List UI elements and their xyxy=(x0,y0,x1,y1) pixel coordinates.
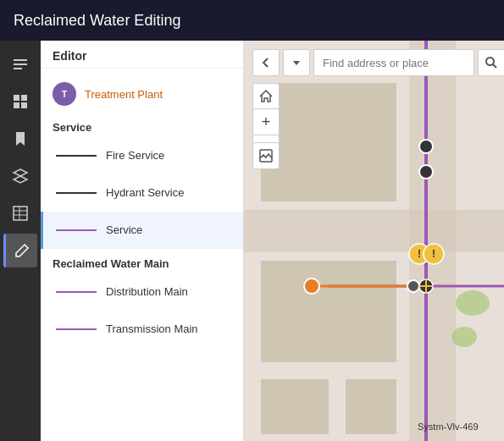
reclaimed-water-section-header: Reclaimed Water Main xyxy=(41,249,243,273)
search-input[interactable] xyxy=(313,49,474,76)
svg-text:T: T xyxy=(62,90,67,99)
line-item-service[interactable]: Service xyxy=(41,212,243,249)
main-layout: Editor T Treatment Plant Service F xyxy=(0,41,504,441)
svg-point-40 xyxy=(407,280,419,292)
zoom-in-button[interactable]: + xyxy=(252,108,280,135)
editor-title: Editor xyxy=(41,41,243,69)
svg-point-19 xyxy=(486,58,494,65)
map-toolbar xyxy=(252,49,496,76)
back-button[interactable] xyxy=(252,49,280,76)
svg-line-20 xyxy=(493,64,496,68)
svg-rect-4 xyxy=(21,95,27,101)
svg-text:!: ! xyxy=(418,248,421,260)
svg-rect-1 xyxy=(14,63,27,65)
svg-text:Systm-Vlv-469: Systm-Vlv-469 xyxy=(418,422,479,432)
svg-rect-2 xyxy=(14,68,22,69)
service-line-preview xyxy=(55,220,97,240)
svg-rect-7 xyxy=(14,207,27,220)
service-label: Service xyxy=(106,223,142,238)
imagery-button[interactable] xyxy=(252,142,280,169)
svg-point-34 xyxy=(419,140,433,153)
line-item-hydrant-service[interactable]: Hydrant Service xyxy=(41,174,243,212)
hydrant-service-label: Hydrant Service xyxy=(106,186,184,201)
template-item-treatment-plant[interactable]: T Treatment Plant xyxy=(41,75,243,113)
dropdown-button[interactable] xyxy=(283,49,310,76)
map-area[interactable]: + − xyxy=(244,41,504,441)
sidebar-item-bookmark[interactable] xyxy=(3,122,37,156)
svg-rect-25 xyxy=(261,261,396,362)
svg-rect-5 xyxy=(14,102,19,108)
fire-service-label: Fire Service xyxy=(106,149,164,163)
svg-rect-27 xyxy=(346,379,396,434)
svg-point-33 xyxy=(419,165,433,179)
svg-point-29 xyxy=(451,327,477,347)
search-button[interactable] xyxy=(478,49,504,76)
svg-point-39 xyxy=(304,278,319,294)
svg-rect-23 xyxy=(244,210,504,252)
sidebar-item-layers[interactable] xyxy=(3,159,37,193)
svg-text:!: ! xyxy=(432,248,435,260)
svg-point-28 xyxy=(456,290,490,316)
svg-rect-26 xyxy=(261,379,329,434)
app-header: Reclaimed Water Editing xyxy=(0,0,504,41)
distribution-main-label: Distribution Main xyxy=(106,285,188,300)
line-item-transmission-main[interactable]: Transmission Main xyxy=(41,311,243,348)
line-item-fire-service[interactable]: Fire Service xyxy=(41,137,243,174)
distribution-main-line-preview xyxy=(55,282,97,302)
app-title: Reclaimed Water Editing xyxy=(14,12,180,30)
icon-bar xyxy=(0,41,41,441)
hydrant-service-line-preview xyxy=(55,183,97,203)
transmission-main-label: Transmission Main xyxy=(106,322,198,337)
line-item-distribution-main[interactable]: Distribution Main xyxy=(41,273,243,311)
editor-scroll[interactable]: T Treatment Plant Service Fire Service H xyxy=(41,69,243,441)
service-section-header: Service xyxy=(41,113,243,137)
treatment-plant-icon: T xyxy=(53,82,76,106)
svg-rect-3 xyxy=(14,95,19,101)
svg-rect-0 xyxy=(14,59,27,61)
fire-service-line-preview xyxy=(55,146,97,166)
editor-panel: Editor T Treatment Plant Service F xyxy=(41,41,244,441)
sidebar-item-table[interactable] xyxy=(3,196,37,230)
home-button[interactable] xyxy=(252,83,280,110)
sidebar-item-edit[interactable] xyxy=(3,234,37,267)
svg-marker-18 xyxy=(293,61,300,65)
svg-rect-24 xyxy=(261,83,396,201)
sidebar-item-grid[interactable] xyxy=(3,85,37,119)
svg-rect-6 xyxy=(21,102,27,108)
transmission-main-line-preview xyxy=(55,319,97,339)
map-svg: ! ! 4" xyxy=(244,41,504,441)
sidebar-item-editor[interactable] xyxy=(3,47,37,81)
treatment-plant-label: Treatment Plant xyxy=(85,88,163,101)
